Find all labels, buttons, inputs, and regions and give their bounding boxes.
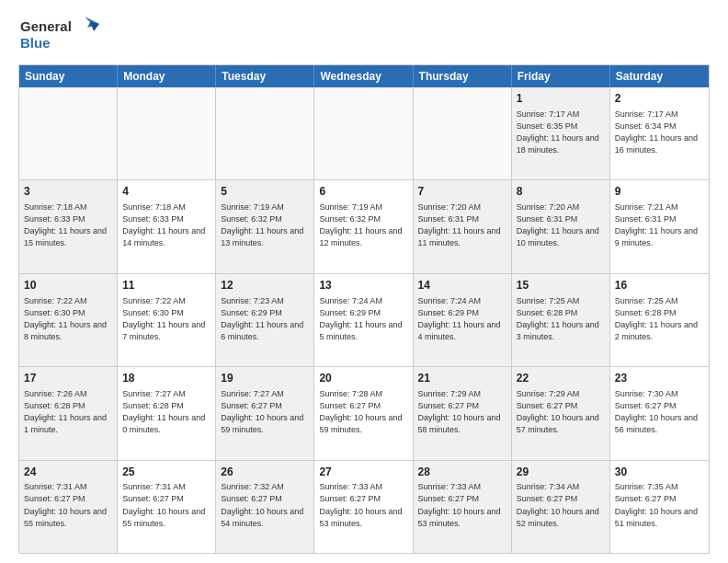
day-number: 14	[418, 278, 506, 293]
header: General Blue	[18, 15, 710, 55]
calendar-row: 3Sunrise: 7:18 AM Sunset: 6:33 PM Daylig…	[19, 179, 709, 272]
day-info: Sunrise: 7:27 AM Sunset: 6:28 PM Dayligh…	[122, 388, 210, 436]
calendar-body: 1Sunrise: 7:17 AM Sunset: 6:35 PM Daylig…	[19, 87, 709, 553]
weekday-header: Tuesday	[216, 65, 314, 87]
day-info: Sunrise: 7:25 AM Sunset: 6:28 PM Dayligh…	[517, 295, 605, 343]
day-number: 26	[221, 465, 309, 480]
day-info: Sunrise: 7:22 AM Sunset: 6:30 PM Dayligh…	[24, 295, 112, 343]
calendar-cell: 7Sunrise: 7:20 AM Sunset: 6:31 PM Daylig…	[414, 180, 512, 272]
day-info: Sunrise: 7:31 AM Sunset: 6:27 PM Dayligh…	[122, 481, 210, 529]
day-info: Sunrise: 7:24 AM Sunset: 6:29 PM Dayligh…	[319, 295, 407, 343]
day-number: 8	[517, 184, 605, 200]
day-number: 3	[24, 184, 112, 200]
day-number: 25	[122, 465, 210, 480]
calendar-cell: 23Sunrise: 7:30 AM Sunset: 6:27 PM Dayli…	[610, 367, 709, 459]
day-number: 27	[319, 465, 407, 480]
day-number: 24	[24, 465, 112, 480]
svg-text:General: General	[20, 18, 72, 34]
day-number: 22	[517, 371, 605, 386]
day-number: 21	[418, 371, 506, 386]
calendar-cell: 25Sunrise: 7:31 AM Sunset: 6:27 PM Dayli…	[118, 461, 216, 553]
day-info: Sunrise: 7:32 AM Sunset: 6:27 PM Dayligh…	[221, 481, 309, 529]
day-info: Sunrise: 7:22 AM Sunset: 6:30 PM Dayligh…	[122, 295, 210, 343]
day-number: 2	[615, 91, 704, 107]
calendar-cell: 22Sunrise: 7:29 AM Sunset: 6:27 PM Dayli…	[512, 367, 610, 459]
day-info: Sunrise: 7:26 AM Sunset: 6:28 PM Dayligh…	[24, 388, 112, 436]
day-number: 23	[615, 371, 704, 386]
day-info: Sunrise: 7:29 AM Sunset: 6:27 PM Dayligh…	[517, 388, 605, 436]
day-number: 9	[615, 184, 704, 200]
calendar-cell: 27Sunrise: 7:33 AM Sunset: 6:27 PM Dayli…	[314, 461, 413, 553]
day-number: 5	[221, 184, 309, 200]
day-info: Sunrise: 7:33 AM Sunset: 6:27 PM Dayligh…	[319, 481, 407, 529]
calendar-cell: 2Sunrise: 7:17 AM Sunset: 6:34 PM Daylig…	[610, 87, 709, 179]
day-number: 10	[24, 278, 112, 293]
day-number: 7	[418, 184, 506, 200]
day-number: 16	[615, 278, 704, 293]
calendar-row: 1Sunrise: 7:17 AM Sunset: 6:35 PM Daylig…	[19, 87, 709, 179]
calendar-cell	[314, 87, 413, 179]
calendar-cell: 24Sunrise: 7:31 AM Sunset: 6:27 PM Dayli…	[19, 461, 118, 553]
day-info: Sunrise: 7:18 AM Sunset: 6:33 PM Dayligh…	[24, 201, 112, 249]
calendar-cell: 26Sunrise: 7:32 AM Sunset: 6:27 PM Dayli…	[216, 461, 314, 553]
day-number: 11	[122, 278, 210, 293]
day-info: Sunrise: 7:27 AM Sunset: 6:27 PM Dayligh…	[221, 388, 309, 436]
calendar-cell: 5Sunrise: 7:19 AM Sunset: 6:32 PM Daylig…	[216, 180, 314, 272]
day-info: Sunrise: 7:20 AM Sunset: 6:31 PM Dayligh…	[517, 201, 605, 249]
calendar-cell: 30Sunrise: 7:35 AM Sunset: 6:27 PM Dayli…	[610, 461, 709, 553]
day-number: 15	[517, 278, 605, 293]
calendar-cell	[216, 87, 314, 179]
calendar: SundayMondayTuesdayWednesdayThursdayFrid…	[18, 64, 710, 554]
weekday-header: Wednesday	[314, 65, 413, 87]
day-info: Sunrise: 7:30 AM Sunset: 6:27 PM Dayligh…	[615, 388, 704, 436]
day-number: 19	[221, 371, 309, 386]
calendar-cell: 13Sunrise: 7:24 AM Sunset: 6:29 PM Dayli…	[314, 274, 413, 366]
day-info: Sunrise: 7:25 AM Sunset: 6:28 PM Dayligh…	[615, 295, 704, 343]
day-info: Sunrise: 7:31 AM Sunset: 6:27 PM Dayligh…	[24, 481, 112, 529]
calendar-row: 24Sunrise: 7:31 AM Sunset: 6:27 PM Dayli…	[19, 460, 709, 553]
calendar-cell: 14Sunrise: 7:24 AM Sunset: 6:29 PM Dayli…	[414, 274, 512, 366]
day-info: Sunrise: 7:29 AM Sunset: 6:27 PM Dayligh…	[418, 388, 506, 436]
calendar-cell: 12Sunrise: 7:23 AM Sunset: 6:29 PM Dayli…	[216, 274, 314, 366]
calendar-row: 10Sunrise: 7:22 AM Sunset: 6:30 PM Dayli…	[19, 273, 709, 366]
calendar-header: SundayMondayTuesdayWednesdayThursdayFrid…	[19, 65, 709, 87]
day-info: Sunrise: 7:21 AM Sunset: 6:31 PM Dayligh…	[615, 201, 704, 249]
calendar-cell: 17Sunrise: 7:26 AM Sunset: 6:28 PM Dayli…	[19, 367, 118, 459]
calendar-cell	[19, 87, 118, 179]
weekday-header: Sunday	[19, 65, 118, 87]
day-info: Sunrise: 7:33 AM Sunset: 6:27 PM Dayligh…	[418, 481, 506, 529]
calendar-cell: 4Sunrise: 7:18 AM Sunset: 6:33 PM Daylig…	[118, 180, 216, 272]
day-info: Sunrise: 7:18 AM Sunset: 6:33 PM Dayligh…	[122, 201, 210, 249]
day-number: 17	[24, 371, 112, 386]
day-number: 28	[418, 465, 506, 480]
day-number: 30	[615, 465, 704, 480]
day-info: Sunrise: 7:17 AM Sunset: 6:34 PM Dayligh…	[615, 109, 704, 156]
calendar-cell: 3Sunrise: 7:18 AM Sunset: 6:33 PM Daylig…	[19, 180, 118, 272]
calendar-cell: 18Sunrise: 7:27 AM Sunset: 6:28 PM Dayli…	[118, 367, 216, 459]
weekday-header: Friday	[512, 65, 610, 87]
day-info: Sunrise: 7:35 AM Sunset: 6:27 PM Dayligh…	[615, 481, 704, 529]
calendar-cell: 28Sunrise: 7:33 AM Sunset: 6:27 PM Dayli…	[414, 461, 512, 553]
calendar-cell: 19Sunrise: 7:27 AM Sunset: 6:27 PM Dayli…	[216, 367, 314, 459]
calendar-cell: 8Sunrise: 7:20 AM Sunset: 6:31 PM Daylig…	[512, 180, 610, 272]
weekday-header: Thursday	[414, 65, 512, 87]
calendar-cell: 21Sunrise: 7:29 AM Sunset: 6:27 PM Dayli…	[414, 367, 512, 459]
calendar-cell: 15Sunrise: 7:25 AM Sunset: 6:28 PM Dayli…	[512, 274, 610, 366]
calendar-cell: 20Sunrise: 7:28 AM Sunset: 6:27 PM Dayli…	[314, 367, 413, 459]
day-info: Sunrise: 7:24 AM Sunset: 6:29 PM Dayligh…	[418, 295, 506, 343]
day-number: 29	[517, 465, 605, 480]
day-number: 13	[319, 278, 407, 293]
calendar-cell: 1Sunrise: 7:17 AM Sunset: 6:35 PM Daylig…	[512, 87, 610, 179]
day-info: Sunrise: 7:34 AM Sunset: 6:27 PM Dayligh…	[517, 481, 605, 529]
day-number: 12	[221, 278, 309, 293]
day-number: 1	[517, 91, 605, 107]
weekday-header: Saturday	[610, 65, 709, 87]
weekday-header: Monday	[118, 65, 216, 87]
day-info: Sunrise: 7:19 AM Sunset: 6:32 PM Dayligh…	[319, 201, 407, 249]
svg-text:Blue: Blue	[20, 35, 51, 51]
logo-graphic: General Blue	[18, 15, 101, 55]
day-number: 18	[122, 371, 210, 386]
logo-wrapper: General Blue	[18, 15, 101, 55]
calendar-cell	[118, 87, 216, 179]
calendar-row: 17Sunrise: 7:26 AM Sunset: 6:28 PM Dayli…	[19, 366, 709, 459]
